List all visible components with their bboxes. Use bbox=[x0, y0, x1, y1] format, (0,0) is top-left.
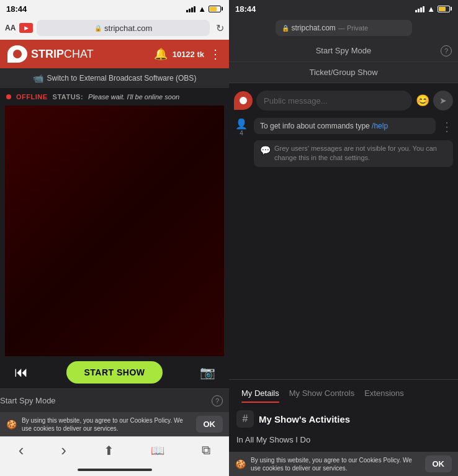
video-preview bbox=[5, 106, 224, 356]
right-url-bar[interactable]: 🔒 stripchat.com — Private bbox=[276, 20, 412, 36]
commands-info-row: 👤 4 To get info about commands type /hel… bbox=[234, 118, 453, 137]
spy-mode-bar[interactable]: Start Spy Mode ? bbox=[0, 388, 229, 412]
stream-controls: ⏮ START SHOW 📷 bbox=[0, 356, 229, 388]
camera-icon: 📹 bbox=[33, 73, 43, 83]
cookie-icon: 🍪 bbox=[6, 420, 17, 429]
stripchat-header: STRIPCHAT 🔔 10122 tk ⋮ bbox=[0, 40, 229, 68]
right-cookie-ok-button[interactable]: OK bbox=[425, 456, 452, 472]
back-button[interactable]: ‹ bbox=[19, 441, 24, 460]
commands-info-text: To get info about commands type bbox=[260, 122, 372, 130]
logo-text: STRIPCHAT bbox=[31, 48, 94, 61]
ticket-group-show-bar[interactable]: Ticket/Group Show bbox=[229, 62, 458, 83]
ticket-show-label: Ticket/Group Show bbox=[309, 68, 377, 77]
send-icon: ➤ bbox=[439, 96, 447, 106]
in-all-shows-label: In All My Shows I Do bbox=[236, 433, 451, 447]
logo-icon bbox=[7, 45, 27, 63]
right-cookie-icon: 🍪 bbox=[235, 459, 246, 469]
chat-empty-space bbox=[229, 171, 458, 379]
hash-icon: # bbox=[236, 410, 254, 428]
notification-bell[interactable]: 🔔 bbox=[154, 47, 168, 61]
chat-input-row: Public message... 😊 ➤ bbox=[229, 87, 458, 114]
user-count-icon: 👤 bbox=[235, 118, 248, 130]
wifi-icon: ▲ bbox=[198, 4, 206, 14]
left-cookie-ok-button[interactable]: OK bbox=[196, 416, 223, 433]
right-browser-chrome: 🔒 stripchat.com — Private bbox=[229, 17, 458, 40]
right-cookie-banner: 🍪 By using this website, you agree to ou… bbox=[229, 452, 458, 476]
refresh-button[interactable]: ↻ bbox=[216, 22, 224, 34]
status-message: Please wait. I'll be online soon bbox=[88, 93, 179, 101]
right-battery-icon bbox=[438, 6, 452, 12]
right-cookie-text: By using this website, you agree to our … bbox=[251, 456, 420, 472]
status-label: STATUS: bbox=[53, 93, 84, 101]
tabs-button[interactable]: ⧉ bbox=[202, 443, 210, 457]
camera-button[interactable]: 📷 bbox=[197, 361, 219, 384]
left-status-icons: ▲ bbox=[186, 4, 223, 14]
token-balance: 10122 tk bbox=[173, 50, 204, 59]
chat-placeholder: Public message... bbox=[264, 96, 328, 106]
bookmarks-button[interactable]: 📖 bbox=[151, 444, 164, 457]
commands-info-bubble: To get info about commands type /help bbox=[254, 118, 436, 134]
spy-mode-label: Start Spy Mode bbox=[0, 396, 56, 405]
chat-bubble-icon: 💬 bbox=[260, 145, 271, 163]
offline-indicator bbox=[6, 94, 11, 99]
send-message-button[interactable]: ➤ bbox=[433, 91, 453, 110]
skip-back-button[interactable]: ⏮ bbox=[10, 361, 32, 384]
text-size-control[interactable]: AA bbox=[5, 24, 16, 32]
chat-messages-area: 👤 4 To get info about commands type /hel… bbox=[229, 114, 458, 171]
right-status-bar: 18:44 ▲ bbox=[229, 0, 458, 17]
right-spy-help-icon[interactable]: ? bbox=[441, 45, 452, 56]
cookie-text: By using this website, you agree to our … bbox=[22, 416, 191, 433]
emoji-button[interactable]: 😊 bbox=[416, 94, 429, 107]
left-panel: 18:44 ▲ AA ▶ 🔒 stripchat.com bbox=[0, 0, 229, 476]
left-time: 18:44 bbox=[6, 4, 27, 14]
start-show-button[interactable]: START SHOW bbox=[66, 361, 162, 384]
obs-text: Switch to External Broadcast Software (O… bbox=[47, 74, 197, 83]
record-button[interactable]: ▶ bbox=[19, 23, 33, 33]
lock-icon: 🔒 bbox=[94, 25, 102, 32]
obs-banner[interactable]: 📹 Switch to External Broadcast Software … bbox=[0, 68, 229, 88]
signal-icon bbox=[186, 5, 195, 12]
stream-status-bar: OFFLINE STATUS: Please wait. I'll be onl… bbox=[0, 88, 229, 106]
left-url-text: stripchat.com bbox=[104, 24, 152, 33]
right-lock-icon: 🔒 bbox=[282, 25, 289, 32]
private-tag: — Private bbox=[338, 24, 368, 32]
left-browser-chrome: AA ▶ 🔒 stripchat.com ↻ bbox=[0, 17, 229, 40]
tab-extensions[interactable]: Extensions bbox=[359, 388, 409, 403]
help-link[interactable]: /help bbox=[372, 122, 388, 130]
right-spy-label: Start Spy Mode bbox=[316, 46, 372, 55]
grey-users-info-row: 💬 Grey users' messages are not visible f… bbox=[234, 140, 453, 167]
battery-icon bbox=[209, 6, 223, 12]
forward-button[interactable]: › bbox=[61, 441, 66, 460]
chat-avatar bbox=[234, 91, 253, 110]
left-url-bar[interactable]: 🔒 stripchat.com bbox=[37, 20, 210, 36]
section-title: My Show's Activities bbox=[259, 414, 350, 424]
right-spy-mode-bar[interactable]: Start Spy Mode ? bbox=[229, 40, 458, 62]
grey-users-bubble: 💬 Grey users' messages are not visible f… bbox=[254, 140, 453, 167]
header-menu-button[interactable]: ⋮ bbox=[209, 47, 222, 61]
ios-home-bar bbox=[0, 464, 229, 476]
left-status-bar: 18:44 ▲ bbox=[0, 0, 229, 17]
right-url-text: stripchat.com bbox=[292, 24, 336, 32]
right-panel: 18:44 ▲ 🔒 stripchat.com — Private bbox=[229, 0, 458, 476]
tab-my-show-controls[interactable]: My Show Controls bbox=[284, 388, 359, 403]
bottom-tabs: My Details My Show Controls Extensions bbox=[229, 379, 458, 403]
activities-section: # My Show's Activities In All My Shows I… bbox=[229, 403, 458, 452]
grey-users-text: Grey users' messages are not visible for… bbox=[274, 144, 447, 163]
home-indicator bbox=[78, 469, 152, 471]
right-wifi-icon: ▲ bbox=[427, 4, 435, 14]
right-status-icons: ▲ bbox=[415, 4, 452, 14]
tab-my-details[interactable]: My Details bbox=[236, 388, 284, 403]
left-cookie-banner: 🍪 By using this website, you agree to ou… bbox=[0, 412, 229, 436]
section-header: # My Show's Activities bbox=[236, 410, 451, 428]
stripchat-logo[interactable]: STRIPCHAT bbox=[7, 45, 94, 63]
right-time: 18:44 bbox=[235, 4, 256, 14]
ios-navigation-bar: ‹ › ⬆ 📖 ⧉ bbox=[0, 436, 229, 464]
chat-message-input[interactable]: Public message... bbox=[256, 91, 412, 110]
right-signal-icon bbox=[415, 5, 424, 12]
chat-options-menu[interactable]: ⋮ bbox=[441, 119, 453, 134]
spy-help-icon[interactable]: ? bbox=[212, 395, 223, 406]
user-count: 4 bbox=[240, 130, 243, 137]
share-button[interactable]: ⬆ bbox=[104, 443, 114, 458]
offline-label: OFFLINE bbox=[16, 93, 48, 101]
